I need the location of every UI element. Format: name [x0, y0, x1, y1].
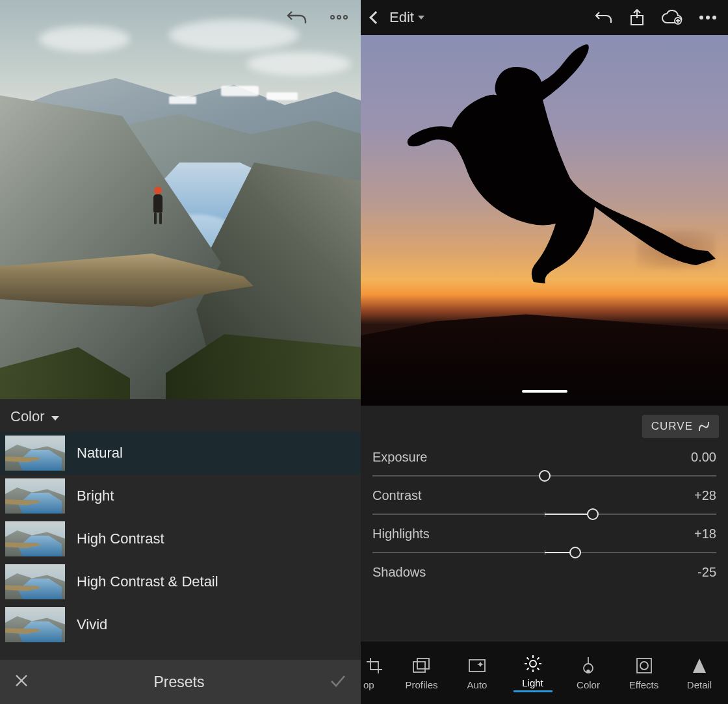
- undo-icon[interactable]: [285, 5, 309, 29]
- preview-photo-left: [0, 0, 361, 399]
- svg-rect-8: [637, 658, 651, 673]
- preset-thumbnail: [5, 521, 65, 556]
- effects-icon: [633, 656, 655, 675]
- tool-color[interactable]: Color: [565, 656, 612, 690]
- person-on-cliff: [153, 187, 162, 224]
- preview-photo-right: [361, 35, 728, 406]
- chevron-down-icon: [51, 416, 59, 421]
- slider-value: +28: [694, 488, 716, 503]
- cloud-add-icon[interactable]: [660, 10, 682, 25]
- slider-exposure: Exposure 0.00: [372, 450, 716, 476]
- tool-label: Profiles: [405, 679, 437, 690]
- slider-label: Shadows: [372, 565, 426, 580]
- tool-light[interactable]: Light: [510, 654, 556, 692]
- mode-dropdown[interactable]: Edit: [389, 9, 424, 26]
- slider-track[interactable]: [372, 475, 716, 476]
- preset-label: High Contrast: [77, 530, 164, 547]
- slider-contrast: Contrast +28: [372, 488, 716, 515]
- tool-crop[interactable]: op: [363, 656, 389, 690]
- light-icon: [522, 654, 544, 673]
- svg-point-5: [530, 660, 536, 667]
- presets-panel: Color Natural Bright High Contrast High …: [0, 399, 361, 660]
- back-button[interactable]: [369, 11, 382, 24]
- color-icon: [577, 656, 599, 675]
- preset-item[interactable]: High Contrast: [0, 517, 361, 560]
- preset-item[interactable]: Vivid: [0, 603, 361, 646]
- preset-label: Bright: [77, 488, 114, 504]
- presets-bottom-bar: Presets: [0, 660, 361, 704]
- light-adjustments: CURVE Exposure 0.00 Contrast +28 Highlig…: [361, 406, 728, 642]
- profiles-icon: [411, 656, 433, 675]
- slider-value: +18: [694, 527, 716, 541]
- tool-label: Color: [577, 679, 600, 690]
- tool-label: op: [363, 679, 374, 690]
- top-toolbar: Edit: [361, 0, 728, 35]
- slider-highlights: Highlights +18: [372, 527, 716, 553]
- svg-rect-4: [469, 660, 485, 671]
- preset-thumbnail: [5, 436, 65, 471]
- preset-category-label: Color: [10, 408, 45, 425]
- tool-label: Auto: [467, 679, 488, 690]
- tool-auto[interactable]: Auto: [454, 656, 500, 690]
- caret-down-icon: [418, 16, 424, 20]
- preset-thumbnail: [5, 607, 65, 642]
- slider-label: Exposure: [372, 450, 428, 465]
- cancel-button[interactable]: [14, 671, 29, 692]
- share-icon[interactable]: [629, 9, 645, 26]
- slider-label: Highlights: [372, 527, 430, 541]
- slider-value: -25: [697, 565, 716, 580]
- detail-icon: [688, 656, 710, 675]
- slider-track[interactable]: [372, 514, 716, 515]
- more-menu-icon[interactable]: [698, 16, 718, 20]
- preset-label: High Contrast & Detail: [77, 573, 218, 590]
- preset-item[interactable]: High Contrast & Detail: [0, 560, 361, 603]
- curve-label: CURVE: [651, 420, 693, 433]
- confirm-button[interactable]: [330, 671, 346, 692]
- preset-item[interactable]: Natural: [0, 432, 361, 475]
- presets-screen: Color Natural Bright High Contrast High …: [0, 0, 361, 704]
- curve-button[interactable]: CURVE: [642, 415, 719, 438]
- tool-tabs: op Profiles Auto Light Color Effects Det…: [361, 642, 728, 704]
- svg-rect-2: [413, 662, 425, 672]
- tool-detail[interactable]: Detail: [676, 656, 723, 690]
- svg-point-9: [640, 662, 648, 670]
- tool-effects[interactable]: Effects: [621, 656, 668, 690]
- preset-list: Natural Bright High Contrast High Contra…: [0, 432, 361, 660]
- preset-label: Vivid: [77, 616, 107, 633]
- mode-label: Edit: [389, 9, 414, 26]
- preset-thumbnail: [5, 478, 65, 514]
- tool-label: Detail: [687, 679, 712, 690]
- crop-icon: [363, 656, 385, 675]
- tool-profiles[interactable]: Profiles: [398, 656, 445, 690]
- svg-rect-3: [417, 658, 429, 669]
- slider-label: Contrast: [372, 488, 422, 503]
- panel-title: Presets: [29, 673, 330, 691]
- more-menu-icon[interactable]: [327, 5, 350, 29]
- curve-icon: [698, 421, 710, 432]
- preset-label: Natural: [77, 445, 123, 462]
- undo-icon[interactable]: [594, 10, 614, 25]
- slider-value: 0.00: [691, 450, 716, 465]
- tool-label: Effects: [629, 679, 659, 690]
- preset-item[interactable]: Bright: [0, 475, 361, 517]
- slider-shadows: Shadows -25: [372, 565, 716, 580]
- drag-handle[interactable]: [522, 390, 567, 393]
- svg-point-7: [587, 670, 590, 673]
- silhouette-figure: [361, 35, 728, 406]
- preset-thumbnail: [5, 564, 65, 599]
- slider-track[interactable]: [372, 552, 716, 553]
- edit-screen: Edit CURVE: [361, 0, 728, 704]
- preset-category-dropdown[interactable]: Color: [0, 399, 361, 432]
- auto-icon: [466, 656, 488, 675]
- tool-label: Light: [522, 677, 543, 688]
